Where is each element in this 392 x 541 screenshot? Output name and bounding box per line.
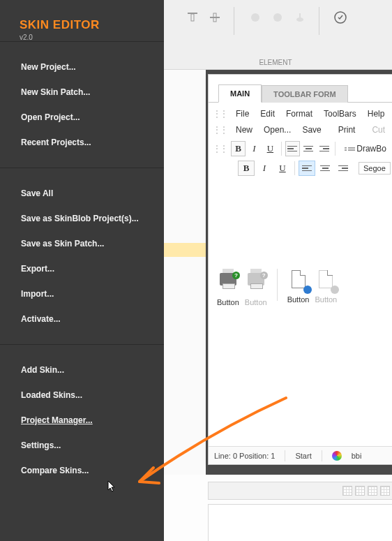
btn-open[interactable]: Open... <box>259 125 296 135</box>
view-mode-2[interactable] <box>355 486 365 496</box>
italic-button-2[interactable]: I <box>256 161 273 176</box>
brush1-icon[interactable] <box>248 10 263 25</box>
big-button-row: ? Button ? Button Button Button <box>217 269 391 306</box>
ribbon-toolbar: ELEMENT <box>164 0 392 70</box>
menu-toolbars[interactable]: ToolBars <box>319 109 361 119</box>
svg-point-5 <box>273 13 282 22</box>
align-left-button-2[interactable] <box>299 161 315 176</box>
menu-new-project[interactable]: New Project... <box>0 54 164 80</box>
big-button-3-label: Button <box>287 295 310 304</box>
svg-rect-7 <box>299 13 301 18</box>
svg-rect-2 <box>210 17 220 18</box>
drawbox-label[interactable]: DrawBo <box>355 144 391 154</box>
big-button-2-label: Button <box>245 298 267 306</box>
align-left-button[interactable] <box>285 141 300 156</box>
grip-icon[interactable]: ⋮⋮ <box>213 109 229 119</box>
underline-button[interactable]: U <box>263 141 278 156</box>
view-mode-1[interactable] <box>342 486 352 496</box>
view-mode-4[interactable] <box>380 486 390 496</box>
bold-button-2[interactable]: B <box>238 161 255 176</box>
status-bbi: bbi <box>352 452 362 460</box>
preview-statusbar: Line: 0 Position: 1 Start bbi <box>209 446 392 464</box>
menu-project-manager[interactable]: Project Manager... <box>0 408 164 433</box>
menu-format[interactable]: Format <box>281 109 317 119</box>
tab-toolbar-form[interactable]: TOOLBAR FORM <box>262 85 348 103</box>
lower-panel <box>208 504 392 541</box>
menu-import[interactable]: Import... <box>0 281 164 306</box>
menu-compare-skins[interactable]: Compare Skins... <box>0 458 164 483</box>
menu-recent-projects[interactable]: Recent Projects... <box>0 130 164 155</box>
align-top-icon[interactable] <box>185 10 200 25</box>
app-version: v2.0 <box>0 32 164 41</box>
doc-gutter <box>164 70 206 475</box>
view-mode-strip <box>208 482 392 500</box>
menu-save-skinblob[interactable]: Save as SkinBlob Project(s)... <box>0 206 164 231</box>
menu-open-project[interactable]: Open Project... <box>0 105 164 130</box>
bold-button[interactable]: B <box>231 141 246 156</box>
view-mode-3[interactable] <box>368 486 377 496</box>
menu-file[interactable]: File <box>231 109 254 119</box>
menu-activate[interactable]: Activate... <box>0 306 164 332</box>
doc-gear-disabled-icon[interactable] <box>315 270 336 291</box>
grip-icon[interactable]: ⋮⋮ <box>213 144 229 154</box>
menu-save-all[interactable]: Save All <box>0 181 164 206</box>
target-icon[interactable] <box>333 10 348 25</box>
btn-print[interactable]: Print <box>333 125 361 135</box>
bullets-button[interactable] <box>339 141 354 156</box>
printer-ok-icon[interactable]: ? <box>218 273 239 294</box>
status-start: Start <box>295 452 311 460</box>
align-right-button[interactable] <box>317 141 332 156</box>
app-title: SKIN EDITOR <box>0 18 164 32</box>
menu-add-skin[interactable]: Add Skin... <box>0 357 164 383</box>
btn-cut[interactable]: Cut <box>367 125 390 135</box>
svg-point-4 <box>251 13 259 22</box>
sidebar: SKIN EDITOR v2.0 New Project... New Skin… <box>0 0 164 541</box>
menu-loaded-skins[interactable]: Loaded Skins... <box>0 383 164 408</box>
big-button-1-label: Button <box>217 298 239 306</box>
underline-button-2[interactable]: U <box>274 161 291 176</box>
menu-group-skins: Add Skin... Loaded Skins... Project Mana… <box>0 344 164 496</box>
btn-save[interactable]: Save <box>297 125 326 135</box>
menu-group-file: New Project... New Skin Patch... Open Pr… <box>0 41 164 168</box>
align-center-button-2[interactable] <box>317 161 333 176</box>
menu-edit[interactable]: Edit <box>255 109 280 119</box>
menu-help[interactable]: Help <box>363 109 390 119</box>
brush3-icon[interactable] <box>292 10 308 25</box>
printer-help-icon[interactable]: ? <box>246 273 266 294</box>
ribbon-section-label: ELEMENT <box>255 59 296 66</box>
grip-icon[interactable]: ⋮⋮ <box>213 125 229 135</box>
menu-new-skin-patch[interactable]: New Skin Patch... <box>0 80 164 105</box>
menu-group-save: Save All Save as SkinBlob Project(s)... … <box>0 168 164 344</box>
color-wheel-icon[interactable] <box>332 451 342 461</box>
preview-window: MAIN TOOLBAR FORM ⋮⋮ File Edit Format To… <box>208 74 392 465</box>
status-position: Line: 0 Position: 1 <box>214 452 275 460</box>
menu-settings[interactable]: Settings... <box>0 433 164 458</box>
preview-body: ⋮⋮ File Edit Format ToolBars Help ⋮⋮ New… <box>209 102 392 306</box>
tab-main[interactable]: MAIN <box>218 84 262 103</box>
preview-tabs: MAIN TOOLBAR FORM <box>218 84 392 103</box>
brush2-icon[interactable] <box>270 10 285 25</box>
btn-new[interactable]: New <box>231 125 257 135</box>
doc-gear-icon[interactable] <box>288 270 309 291</box>
italic-button[interactable]: I <box>247 141 262 156</box>
align-center-button[interactable] <box>301 141 316 156</box>
menu-export[interactable]: Export... <box>0 256 164 281</box>
doc-highlight <box>164 243 206 257</box>
menu-save-skin-patch[interactable]: Save as Skin Patch... <box>0 231 164 256</box>
svg-rect-1 <box>191 14 194 21</box>
font-selector[interactable]: Segoe <box>359 162 391 175</box>
big-button-4-label: Button <box>315 295 337 304</box>
align-right-button-2[interactable] <box>335 161 352 176</box>
align-middle-icon[interactable] <box>207 10 223 25</box>
